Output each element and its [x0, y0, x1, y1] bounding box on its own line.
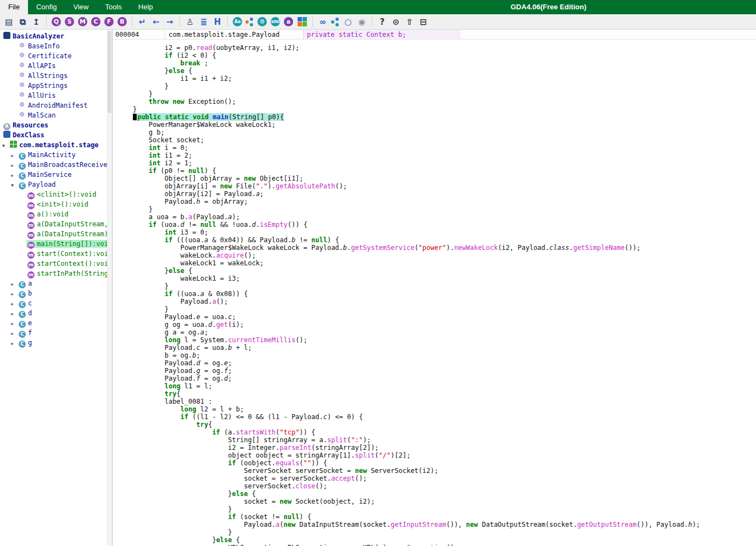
search-string-icon[interactable]: S [65, 17, 74, 26]
forward-icon[interactable]: → [164, 16, 176, 27]
code-line[interactable]: public static void main(String[] p0){ [117, 113, 756, 121]
code-line[interactable]: g b; [117, 129, 756, 136]
tree-item[interactable]: m<clinit>():void [0, 190, 112, 199]
tree-item[interactable]: mstartInPath(String): [0, 269, 112, 278]
code-line[interactable]: g a = og.a; [117, 328, 756, 336]
code-line[interactable]: }else { [117, 536, 756, 544]
tree-item[interactable]: ▶CMainActivity [0, 150, 112, 160]
code-line[interactable]: PowerManager$WakeLock wakeLock = Payload… [117, 244, 756, 252]
code-line[interactable]: Payload.c = uoa.b + l; [117, 344, 756, 352]
ring-icon[interactable]: ○ [342, 16, 354, 27]
search-all-icon[interactable]: Q [52, 17, 61, 26]
tree-item[interactable]: ▶Ca [0, 278, 112, 288]
tree-item[interactable]: AllAPIs [0, 61, 112, 71]
tree-item[interactable]: mstart(Context):void [0, 249, 112, 259]
code-line[interactable]: } [117, 105, 756, 113]
tree-item[interactable]: ▶Cc [0, 298, 112, 308]
code-line[interactable]: } [117, 505, 756, 513]
code-line[interactable]: objArray[i] = new File(".").getAbsoluteP… [117, 182, 756, 190]
tree-item[interactable]: mstartContext():void [0, 259, 112, 269]
tree-item[interactable]: MalScan [0, 110, 112, 120]
code-line[interactable]: Payload.a(); [117, 298, 756, 305]
code-line[interactable]: ServerSocket serverSocket = new ServerSo… [117, 467, 756, 475]
code-line[interactable]: Payload.d = og.e; [117, 359, 756, 367]
collapse-arrow-icon[interactable]: ▼ [11, 181, 18, 191]
tree-item[interactable]: mmain(String[]):void [0, 239, 112, 249]
search-method-icon[interactable]: M [78, 17, 87, 26]
code-line[interactable]: String[] stringArray = a.split(":"); [117, 436, 756, 444]
code-line[interactable]: Payload.a(new DataInputStream(socket.get… [117, 521, 756, 528]
code-line[interactable]: long l2 = l + b; [117, 405, 756, 413]
code-line[interactable]: } [117, 82, 756, 90]
code-line[interactable]: } [117, 90, 756, 98]
code-line[interactable]: URLConnection uRLConnection = new URL(a)… [117, 544, 756, 546]
tree-item[interactable]: AppStrings [0, 81, 112, 91]
menu-file[interactable]: File [0, 0, 28, 14]
save-icon[interactable]: ▤ [3, 16, 15, 27]
code-line[interactable]: long l1 = l; [117, 382, 756, 390]
unpack-icon[interactable]: ⇧ [404, 16, 416, 27]
tree-item[interactable]: ma():void [0, 209, 112, 219]
code-line[interactable]: if (socket != null) { [117, 513, 756, 521]
code-line[interactable]: long l = System.currentTimeMillis(); [117, 336, 756, 344]
collapse-arrow-icon[interactable]: ▼ [2, 141, 9, 151]
code-line[interactable]: int i2 = 1; [117, 159, 756, 167]
code-line[interactable]: PowerManager$WakeLock wakeLock1; [117, 121, 756, 129]
code-line[interactable]: break ; [117, 59, 756, 67]
goto-icon[interactable]: ↵ [136, 16, 148, 27]
doc-search-icon[interactable]: ≣ [198, 16, 210, 27]
code-line[interactable]: Payload.e = uoa.c; [117, 313, 756, 321]
code-line[interactable]: if (((uoa.a & 0x04)) && Payload.b != nul… [117, 236, 756, 244]
menu-view[interactable]: View [65, 0, 97, 14]
export-icon[interactable]: ↥ [30, 16, 42, 27]
search-class-icon[interactable]: C [91, 17, 100, 26]
code-view[interactable]: i2 = p0.read(uobyteArray, i1, i2); if (i… [113, 40, 756, 546]
api-chart-icon[interactable] [245, 17, 255, 27]
tree-item[interactable]: AllStrings [0, 71, 112, 81]
tree-item[interactable]: ▼com.metasploit.stage [0, 140, 112, 150]
code-line[interactable]: } [117, 305, 756, 313]
code-line[interactable]: object oobject = stringArray[1].split("/… [117, 452, 756, 459]
code-line[interactable]: i1 = i1 + i2; [117, 75, 756, 82]
sidebar-scrollbar[interactable] [107, 30, 112, 546]
search-bytes-icon[interactable]: B [117, 17, 127, 26]
back-icon[interactable]: ← [150, 16, 162, 27]
code-line[interactable]: objArray[i2] = Payload.a; [117, 190, 756, 198]
expand-arrow-icon[interactable]: ▶ [11, 339, 18, 349]
code-line[interactable]: a uoa = b.a(Payload.a); [117, 213, 756, 221]
search-field-icon[interactable]: F [104, 17, 114, 26]
tree-item[interactable]: Certificate [0, 51, 112, 61]
code-line[interactable]: wakeLock1 = wakeLock; [117, 259, 756, 267]
code-line[interactable]: if (oobject.equals("")) { [117, 459, 756, 467]
code-line[interactable]: i2 = Integer.parseInt(stringArray[2]); [117, 444, 756, 452]
code-line[interactable]: Payload.f = og.d; [117, 375, 756, 382]
code-line[interactable]: int i1 = 2; [117, 152, 756, 159]
code-line[interactable]: }else { [117, 67, 756, 75]
windows-icon[interactable] [297, 16, 307, 27]
code-line[interactable]: int i = 0; [117, 144, 756, 152]
code-line[interactable]: } [117, 282, 756, 290]
android-icon[interactable]: a [284, 17, 293, 26]
xml-icon[interactable]: xml [271, 17, 280, 26]
code-line[interactable]: }else { [117, 267, 756, 275]
tree-item[interactable]: AllUris [0, 91, 112, 101]
code-line[interactable]: wakeLock1 = i3; [117, 275, 756, 282]
code-line[interactable]: label_0081 : [117, 398, 756, 405]
menu-tools[interactable]: Tools [97, 0, 130, 14]
tree-item[interactable]: ▶Cd [0, 308, 112, 318]
tree-item[interactable]: BasicAnalyzer [0, 31, 112, 41]
code-line[interactable]: Object[] objArray = new Object[i1]; [117, 175, 756, 182]
code-line[interactable]: b = og.b; [117, 352, 756, 359]
tree-item[interactable]: ▶CMainBroadcastReceiver [0, 160, 112, 170]
fingerprint-icon[interactable]: ◉ [356, 16, 368, 27]
tree-item[interactable]: ▶Cb [0, 288, 112, 298]
sidebar-scrollbar-thumb[interactable] [108, 31, 111, 113]
tree-item[interactable]: ▼CPayload [0, 180, 112, 190]
menu-help[interactable]: Help [130, 0, 161, 14]
string-decode-icon[interactable]: Aa [233, 17, 242, 26]
code-line[interactable]: }else { [117, 490, 756, 498]
tree-item[interactable]: ma(DataInputStream,Ou [0, 219, 112, 229]
tree-item[interactable]: m<init>():void [0, 199, 112, 209]
menu-config[interactable]: Config [28, 0, 65, 14]
method-search-icon[interactable]: ♙ [184, 16, 196, 27]
